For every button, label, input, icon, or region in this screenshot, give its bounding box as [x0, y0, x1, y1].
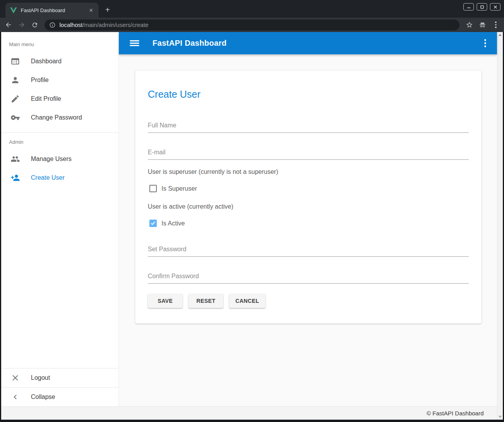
back-button[interactable] — [3, 20, 13, 30]
scrollbar[interactable] — [497, 32, 503, 420]
sidebar-item-label: Edit Profile — [31, 95, 61, 102]
set-password-input[interactable] — [148, 246, 469, 257]
sidebar: Main menu Dashboard Profile — [1, 32, 119, 406]
sidebar-item-collapse[interactable]: Collapse — [1, 388, 118, 406]
incognito-icon — [477, 20, 488, 30]
superuser-hint: User is superuser (currently is not a su… — [148, 168, 469, 175]
sidebar-item-logout[interactable]: Logout — [1, 368, 118, 387]
sidebar-item-label: Collapse — [31, 393, 55, 401]
sidebar-item-edit-profile[interactable]: Edit Profile — [1, 89, 118, 108]
create-user-card: Create User User is superuser (currently… — [135, 71, 481, 324]
is-active-label: Is Active — [161, 220, 185, 227]
sidebar-item-label: Create User — [31, 174, 65, 181]
confirm-password-input[interactable] — [148, 273, 469, 284]
browser-window: { "browser": { "tab_title": "FastAPI Das… — [0, 0, 504, 422]
sidebar-item-label: Profile — [31, 77, 48, 84]
page-footer: © FastAPI Dashboard — [1, 406, 497, 420]
reload-button[interactable] — [30, 20, 40, 30]
window-close-button[interactable] — [490, 3, 500, 11]
is-superuser-label: Is Superuser — [161, 185, 197, 192]
browser-tab[interactable]: FastAPI Dashboard ✕ — [5, 3, 99, 18]
tab-title: FastAPI Dashboard — [21, 7, 88, 13]
hamburger-menu-icon[interactable] — [130, 39, 139, 48]
full-name-input[interactable] — [148, 122, 469, 133]
chevron-left-icon — [11, 392, 20, 402]
address-bar[interactable]: localhost/main/admin/users/create — [45, 20, 459, 30]
key-icon — [11, 113, 20, 122]
is-superuser-row[interactable]: Is Superuser — [149, 185, 469, 192]
close-icon — [11, 373, 20, 383]
app-bar: FastAPI Dashboard — [119, 32, 497, 54]
sidebar-item-dashboard[interactable]: Dashboard — [1, 52, 118, 71]
is-active-checkbox[interactable] — [149, 220, 157, 227]
cancel-button[interactable]: CANCEL — [229, 294, 265, 308]
scrollbar-down-icon[interactable] — [499, 416, 502, 418]
forward-button[interactable] — [16, 20, 27, 30]
url-text: localhost/main/admin/users/create — [59, 21, 149, 28]
copyright-text: © FastAPI Dashboard — [427, 410, 484, 417]
is-superuser-checkbox[interactable] — [149, 185, 157, 192]
sidebar-item-manage-users[interactable]: Manage Users — [1, 150, 118, 168]
email-input[interactable] — [148, 149, 469, 160]
browser-menu-icon[interactable] — [491, 20, 501, 30]
new-tab-button[interactable]: + — [102, 5, 113, 14]
vue-logo-icon — [10, 7, 17, 13]
is-active-row[interactable]: Is Active — [149, 220, 469, 227]
window-minimize-button[interactable] — [463, 3, 474, 11]
people-icon — [11, 154, 20, 164]
page-title: Create User — [148, 89, 469, 100]
sidebar-item-label: Dashboard — [31, 58, 61, 65]
sidebar-item-profile[interactable]: Profile — [1, 71, 118, 89]
main-area: FastAPI Dashboard Create User User is su… — [119, 32, 497, 406]
sidebar-section-main-menu: Main menu — [1, 38, 118, 52]
web-icon — [11, 57, 20, 66]
sidebar-item-label: Logout — [31, 374, 50, 381]
sidebar-item-label: Change Password — [31, 114, 82, 121]
save-button[interactable]: SAVE — [148, 294, 183, 308]
page-content: Create User User is superuser (currently… — [119, 54, 497, 406]
site-info-icon[interactable] — [49, 22, 56, 28]
page-viewport: Main menu Dashboard Profile — [1, 32, 503, 420]
bookmark-star-icon[interactable] — [464, 20, 474, 30]
reset-button[interactable]: RESET — [188, 294, 223, 308]
sidebar-item-create-user[interactable]: Create User — [1, 168, 118, 187]
app-menu-icon[interactable] — [481, 39, 490, 47]
active-hint: User is active (currently active) — [148, 203, 469, 210]
browser-toolbar: localhost/main/admin/users/create — [0, 18, 504, 32]
sidebar-section-admin: Admin — [1, 133, 118, 150]
sidebar-item-label: Manage Users — [31, 156, 72, 163]
scrollbar-up-icon[interactable] — [499, 34, 502, 36]
person-icon — [11, 75, 20, 85]
app-title: FastAPI Dashboard — [152, 39, 227, 48]
url-host: localhost — [59, 21, 83, 28]
tab-close-icon[interactable]: ✕ — [88, 7, 95, 14]
url-path: /main/admin/users/create — [83, 21, 148, 28]
pencil-icon — [11, 94, 20, 104]
browser-titlebar: FastAPI Dashboard ✕ + — [0, 0, 504, 18]
window-maximize-button[interactable] — [477, 3, 487, 11]
sidebar-item-change-password[interactable]: Change Password — [1, 108, 118, 127]
person-add-icon — [11, 173, 20, 182]
